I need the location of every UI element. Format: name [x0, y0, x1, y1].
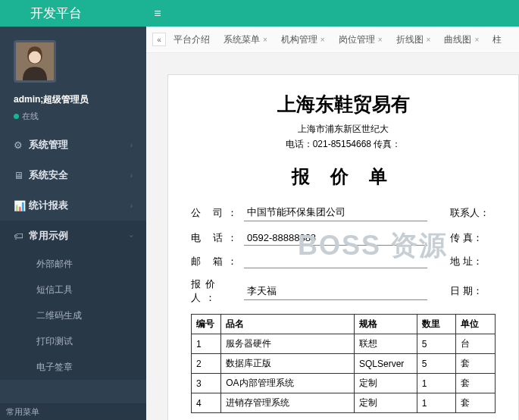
th-unit: 单位 [456, 315, 496, 334]
close-icon[interactable]: × [378, 36, 383, 44]
sidebar-footer[interactable]: 常用菜单 [0, 403, 146, 420]
nav-system-manage[interactable]: ⚙ 系统管理 › [0, 130, 146, 160]
field-label: 地 址： [450, 255, 496, 268]
table-row: 1服务器硬件联想5台 [192, 334, 496, 354]
tab-intro[interactable]: 平台介绍 [167, 30, 216, 49]
table-cell: 数据库正版 [221, 354, 355, 374]
subnav-print-test[interactable]: 打印测试 [0, 328, 146, 354]
table-cell: 5 [417, 354, 456, 374]
doc-company-title: 上海东鞋贸易有 [191, 92, 496, 117]
tab-bar: « 平台介绍 系统菜单× 机构管理× 岗位管理× 折线图× 曲线图× 柱 [146, 27, 519, 53]
tab-post[interactable]: 岗位管理× [333, 30, 389, 49]
nav-label: 系统安全 [29, 168, 130, 182]
tag-icon: 🏷 [14, 230, 29, 242]
subnav-qrcode[interactable]: 二维码生成 [0, 302, 146, 328]
nav-reports[interactable]: 📊 统计报表 › [0, 190, 146, 221]
chart-icon: 📊 [14, 200, 29, 212]
quote-table: 编号 品名 规格 数里 单位 1服务器硬件联想5台2数据库正版SQLServer… [191, 314, 496, 413]
field-label: 邮 箱： [191, 255, 244, 268]
th-spec: 规格 [354, 315, 417, 334]
table-cell: 2 [192, 354, 221, 374]
nav-system-security[interactable]: 🖥 系统安全 › [0, 160, 146, 190]
field-label: 报价人： [191, 277, 244, 305]
table-cell: 定制 [354, 393, 417, 413]
table-cell: 套 [456, 354, 496, 374]
close-icon[interactable]: × [320, 36, 325, 44]
subnav-external-mail[interactable]: 外部邮件 [0, 251, 146, 277]
field-label: 日 期： [450, 284, 496, 298]
subnav-sms-tool[interactable]: 短信工具 [0, 277, 146, 302]
table-cell: 3 [192, 374, 221, 393]
tab-bar-partial[interactable]: 柱 [486, 30, 508, 49]
table-cell: 联想 [354, 334, 417, 354]
table-row: 3OA内部管理系统定制1套 [192, 374, 496, 393]
doc-phone: 电话：021-85154668 传真： [191, 138, 496, 151]
close-icon[interactable]: × [427, 36, 431, 44]
svg-point-2 [29, 52, 41, 64]
avatar[interactable] [14, 40, 56, 83]
table-cell: 4 [192, 393, 221, 413]
table-cell: 5 [417, 334, 456, 354]
doc-heading: 报 价 单 [191, 165, 496, 189]
field-value [244, 255, 427, 268]
brand-title: 开发平台 [0, 5, 146, 22]
table-cell: 套 [456, 374, 496, 393]
chevron-right-icon: › [130, 202, 133, 210]
field-label: 联系人： [450, 206, 496, 220]
sidebar: admin;超级管理员 在线 ⚙ 系统管理 › 🖥 系统安全 › 📊 统计报表 … [0, 27, 146, 420]
th-name: 品名 [221, 315, 355, 334]
tab-line[interactable]: 折线图× [390, 30, 437, 49]
chevron-right-icon: › [130, 141, 133, 149]
status-dot-icon [14, 114, 19, 119]
table-cell: 服务器硬件 [221, 334, 355, 354]
chevron-right-icon: › [130, 171, 133, 180]
field-label: 公 司： [191, 206, 244, 220]
close-icon[interactable]: × [263, 36, 267, 44]
table-cell: 进销存管理系统 [221, 393, 355, 413]
field-value: 0592-88888888 [244, 230, 427, 246]
menu-toggle-icon[interactable]: ≡ [146, 7, 169, 20]
table-cell: OA内部管理系统 [221, 374, 355, 393]
table-cell: 1 [192, 334, 221, 354]
table-row: 2数据库正版SQLServer5套 [192, 354, 496, 374]
nav-label: 系统管理 [29, 138, 130, 152]
field-label: 传 真： [450, 231, 496, 245]
nav-label: 常用示例 [29, 229, 130, 243]
th-qty: 数里 [417, 315, 456, 334]
user-status: 在线 [14, 111, 133, 122]
table-cell: SQLServer [354, 354, 417, 374]
table-cell: 套 [456, 393, 496, 413]
user-name: admin;超级管理员 [14, 93, 133, 106]
nav-examples[interactable]: 🏷 常用示例 › [0, 221, 146, 251]
tab-curve[interactable]: 曲线图× [438, 30, 485, 49]
monitor-icon: 🖥 [14, 170, 29, 181]
th-no: 编号 [192, 315, 221, 334]
field-value: 中国节能环保集团公司 [244, 204, 427, 221]
doc-address: 上海市浦东新区世纪大 [191, 123, 496, 136]
table-cell: 台 [456, 334, 496, 354]
gears-icon: ⚙ [14, 139, 29, 151]
table-row: 4进销存管理系统定制1套 [192, 393, 496, 413]
tab-menu[interactable]: 系统菜单× [217, 30, 274, 49]
chevron-down-icon: › [127, 234, 136, 237]
tab-org[interactable]: 机构管理× [275, 30, 331, 49]
field-label: 电 话： [191, 231, 244, 245]
tabs-rewind-icon[interactable]: « [152, 33, 166, 46]
field-value: 李天福 [244, 283, 427, 300]
nav-label: 统计报表 [29, 199, 130, 212]
table-cell: 1 [417, 374, 456, 393]
close-icon[interactable]: × [474, 36, 479, 44]
table-cell: 定制 [354, 374, 417, 393]
document-preview: 上海东鞋贸易有 上海市浦东新区世纪大 电话：021-85154668 传真： 报… [167, 74, 519, 420]
table-cell: 1 [417, 393, 456, 413]
subnav-esign[interactable]: 电子签章 [0, 354, 146, 380]
